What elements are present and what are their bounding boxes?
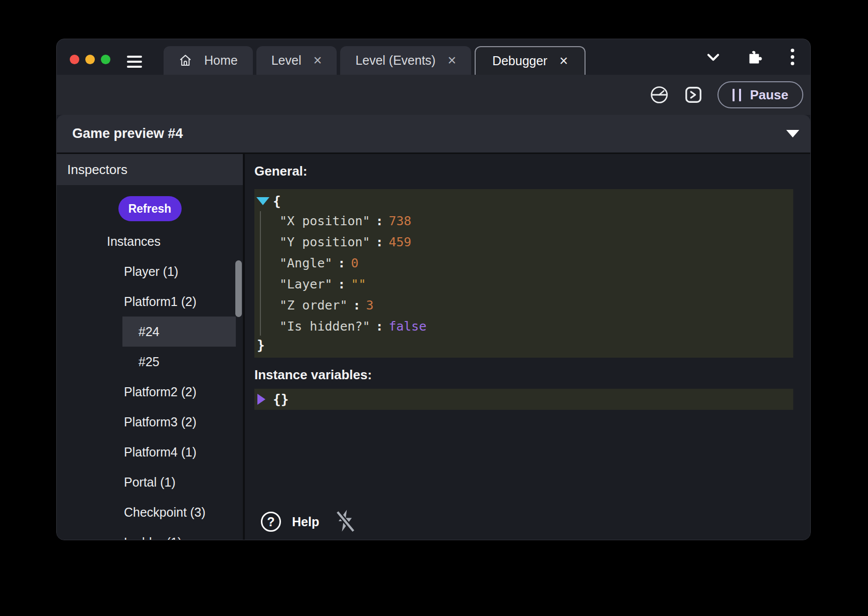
- tab-bar: Home Level × Level (Events) × Debugger ×: [164, 46, 586, 75]
- tab-label: Home: [204, 53, 238, 68]
- titlebar: Home Level × Level (Events) × Debugger ×: [57, 39, 810, 75]
- tree-item[interactable]: Platform3 (2): [57, 407, 243, 437]
- json-property-row: "Angle":0: [254, 252, 793, 273]
- colon: :: [338, 277, 345, 291]
- colon: :: [376, 319, 383, 334]
- flash-off-icon[interactable]: [335, 509, 355, 535]
- property-value: 738: [389, 214, 411, 228]
- tree-item-selected[interactable]: #24: [122, 317, 236, 347]
- close-icon[interactable]: ×: [559, 54, 568, 68]
- collapse-caret-icon[interactable]: [786, 130, 799, 137]
- json-property-row: "X position":738: [254, 210, 793, 231]
- tree-item[interactable]: Portal (1): [57, 467, 243, 497]
- tree-item[interactable]: Platform4 (1): [57, 437, 243, 467]
- debugger-content: Inspectors Refresh Instances Player (1) …: [57, 152, 810, 540]
- json-property-row: "Is hidden?":false: [254, 316, 793, 337]
- property-value: 3: [366, 298, 374, 313]
- tree-item[interactable]: Checkpoint (3): [57, 497, 243, 527]
- instances-tree: Instances Player (1) Platform1 (2) #24 #…: [57, 226, 243, 540]
- json-entries: "X position":738 "Y position":459 "Angle…: [254, 210, 793, 337]
- close-icon[interactable]: ×: [448, 53, 456, 68]
- pause-button-label: Pause: [750, 87, 789, 103]
- tab-home[interactable]: Home: [164, 46, 253, 75]
- minimize-window-button[interactable]: [85, 55, 95, 64]
- tree-item[interactable]: Platform2 (2): [57, 377, 243, 407]
- refresh-button[interactable]: Refresh: [118, 196, 182, 221]
- inspectors-body: Refresh Instances Player (1) Platform1 (…: [57, 185, 243, 540]
- help-row: ? Help: [261, 509, 355, 535]
- json-close-row: }: [254, 337, 793, 354]
- close-icon[interactable]: ×: [313, 53, 322, 68]
- window-controls: [70, 55, 110, 64]
- general-section-label: General:: [254, 161, 793, 181]
- home-icon: [179, 54, 192, 67]
- property-key: "Is hidden?": [279, 319, 370, 334]
- tree-item[interactable]: Ladder (1): [57, 527, 243, 540]
- json-property-row: "Z order":3: [254, 294, 793, 316]
- sidebar-scrollbar-thumb[interactable]: [235, 260, 242, 317]
- game-preview-header[interactable]: Game preview #4: [57, 115, 810, 152]
- property-value: false: [389, 319, 426, 334]
- more-options-icon[interactable]: [788, 49, 797, 65]
- colon: :: [353, 298, 360, 313]
- desktop-background: Home Level × Level (Events) × Debugger ×: [0, 0, 868, 616]
- pause-icon: [733, 89, 741, 101]
- tree-item[interactable]: Platform1 (2): [57, 286, 243, 317]
- titlebar-actions: [705, 39, 797, 75]
- tab-level-events[interactable]: Level (Events) ×: [340, 46, 471, 75]
- console-icon[interactable]: [683, 85, 703, 105]
- tree-root-instances[interactable]: Instances: [57, 226, 243, 256]
- tree-item[interactable]: #25: [57, 347, 243, 377]
- expand-triangle-icon[interactable]: [256, 197, 269, 205]
- colon: :: [376, 235, 383, 249]
- json-property-row: "Y position":459: [254, 231, 793, 252]
- help-glyph: ?: [267, 515, 274, 529]
- json-property-row: "Layer":"": [254, 273, 793, 294]
- property-key: "X position": [279, 214, 370, 228]
- property-value: 0: [351, 256, 358, 270]
- tab-debugger[interactable]: Debugger ×: [475, 46, 586, 75]
- tab-label: Debugger: [492, 54, 547, 68]
- property-value: 459: [389, 235, 411, 249]
- tab-label: Level: [271, 53, 302, 68]
- property-key: "Z order": [279, 298, 347, 313]
- indent-guide: [260, 211, 261, 336]
- colon: :: [376, 214, 383, 228]
- tab-label: Level (Events): [355, 53, 436, 68]
- chevron-down-icon[interactable]: [705, 49, 721, 65]
- pause-button[interactable]: Pause: [717, 81, 803, 108]
- inspectors-header: Inspectors: [57, 154, 243, 185]
- general-json-view: { "X position":738 "Y position":459 "Ang…: [254, 189, 793, 358]
- colon: :: [338, 256, 345, 270]
- collapsed-triangle-icon[interactable]: [257, 394, 265, 405]
- close-brace: }: [257, 338, 265, 353]
- tree-item[interactable]: Player (1): [57, 256, 243, 286]
- property-value: "": [351, 277, 366, 291]
- property-key: "Layer": [279, 277, 332, 291]
- property-key: "Angle": [279, 256, 332, 270]
- close-window-button[interactable]: [70, 55, 79, 64]
- zoom-window-button[interactable]: [101, 55, 110, 64]
- help-question-icon[interactable]: ?: [261, 512, 281, 532]
- profiler-gauge-icon[interactable]: [649, 85, 669, 105]
- app-window: Home Level × Level (Events) × Debugger ×: [56, 39, 811, 540]
- instance-variables-label: Instance variables:: [254, 365, 793, 385]
- inspector-panel: General: { "X position":738 "Y position"…: [245, 154, 810, 540]
- json-open-row: {: [254, 192, 793, 210]
- instance-variables-value: {}: [273, 392, 288, 407]
- menu-icon[interactable]: [127, 56, 142, 68]
- extensions-puzzle-icon[interactable]: [747, 49, 763, 65]
- open-brace: {: [273, 194, 281, 209]
- property-key: "Y position": [279, 235, 370, 249]
- help-button[interactable]: Help: [292, 515, 319, 529]
- instance-variables-view: {}: [254, 389, 793, 410]
- inspectors-sidebar: Inspectors Refresh Instances Player (1) …: [57, 154, 245, 540]
- debugger-toolbar: Pause: [57, 75, 810, 115]
- tab-level[interactable]: Level ×: [256, 46, 337, 75]
- game-preview-title: Game preview #4: [72, 126, 183, 141]
